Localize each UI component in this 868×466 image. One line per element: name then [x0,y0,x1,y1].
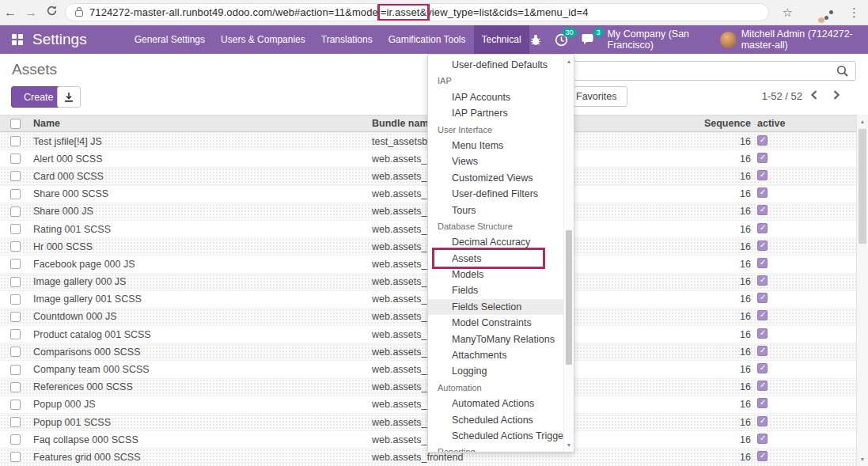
cell-active [751,381,814,393]
address-bar[interactable]: 7124272-master-all.runbot49.odoo.com/web… [65,3,769,21]
dropdown-item-iap-partners[interactable]: IAP Partners [428,105,564,121]
dropdown-scroll-up-icon[interactable]: ▲ [564,59,574,64]
row-checkbox[interactable] [10,241,21,252]
dropdown-item-decimal-accuracy[interactable]: Decimal Accuracy [428,234,564,250]
dropdown-item-scheduled-actions[interactable]: Scheduled Actions [428,412,564,428]
row-checkbox[interactable] [10,400,21,410]
active-checkbox[interactable] [757,205,768,215]
active-checkbox[interactable] [757,170,768,180]
dropdown-item-menu-items[interactable]: Menu Items [428,138,564,153]
dropdown-scrollbar-thumb[interactable] [566,230,572,365]
active-checkbox[interactable] [757,363,768,373]
dropdown-item-fields-selection[interactable]: Fields Selection [428,299,564,315]
row-checkbox[interactable] [10,294,21,305]
dropdown-item-customized-views[interactable]: Customized Views [428,170,564,186]
column-header-active[interactable]: active [751,118,814,129]
nav-menu-translations[interactable]: Translations [313,25,381,54]
scrollbar-thumb[interactable] [859,129,866,244]
active-checkbox[interactable] [757,434,768,444]
dropdown-scrollbar[interactable]: ▲ ▼ [563,55,574,452]
dropdown-item-tours[interactable]: Tours [428,203,564,218]
active-checkbox[interactable] [757,416,768,426]
active-checkbox[interactable] [757,346,768,356]
nav-menu-users-companies[interactable]: Users & Companies [213,25,313,54]
user-menu[interactable]: Mitchell Admin (7124272-master-all) [720,28,857,51]
company-switcher[interactable]: My Company (San Francisco) [608,28,707,51]
dropdown-item-scheduled-actions-triggers[interactable]: Scheduled Actions Triggers [428,428,564,444]
apps-menu-icon[interactable] [12,34,23,45]
dropdown-item-attachments[interactable]: Attachments [428,347,564,363]
row-checkbox[interactable] [10,365,21,375]
page-scrollbar[interactable]: ▲ ▼ [856,115,868,466]
cell-name: Popup 001 SCSS [30,417,369,428]
dropdown-item-iap-accounts[interactable]: IAP Accounts [428,89,564,105]
row-checkbox[interactable] [10,259,21,269]
column-header-name[interactable]: Name [30,118,369,129]
browser-menu-icon[interactable]: ⋮ [848,6,860,20]
dropdown-item-views[interactable]: Views [428,153,564,169]
dropdown-item-fields[interactable]: Fields [428,282,564,298]
row-checkbox[interactable] [10,417,21,427]
browser-reload-icon[interactable] [41,5,62,20]
dropdown-item-model-constraints[interactable]: Model Constraints [428,315,564,331]
dropdown-item-assets[interactable]: Assets [428,251,564,267]
nav-menu-gamification-tools[interactable]: Gamification Tools [381,25,474,54]
nav-menu-general-settings[interactable]: General Settings [127,25,213,54]
active-checkbox[interactable] [757,398,768,408]
row-checkbox[interactable] [10,136,21,146]
dropdown-item-manytomany-relations[interactable]: ManyToMany Relations [428,332,564,347]
messages-chat-icon[interactable]: 3 [581,33,595,46]
nav-menu-technical[interactable]: Technical [474,25,529,54]
cell-sequence: 16 [638,329,751,340]
messages-badge: 3 [593,28,604,37]
row-checkbox[interactable] [10,277,21,287]
row-checkbox[interactable] [10,189,21,199]
active-checkbox[interactable] [757,381,768,391]
dropdown-scroll-down-icon[interactable]: ▼ [564,442,574,448]
bookmark-star-icon[interactable]: ☆ [783,6,793,20]
cell-name: Popup 000 JS [30,399,369,410]
cell-name: Share 000 JS [30,206,369,217]
debug-bug-icon[interactable] [529,33,542,46]
pager-next-button[interactable] [831,89,847,104]
active-checkbox[interactable] [757,188,768,198]
pager-previous-button[interactable] [809,89,824,104]
dropdown-item-user-defined-filters[interactable]: User-defined Filters [428,186,564,202]
active-checkbox[interactable] [757,328,768,339]
row-checkbox[interactable] [10,452,21,462]
active-checkbox[interactable] [757,258,768,268]
select-all-checkbox[interactable] [10,119,21,129]
row-checkbox[interactable] [10,382,21,392]
active-checkbox[interactable] [757,451,768,461]
cell-sequence: 16 [638,188,751,199]
search-icon[interactable] [836,65,849,81]
url-pre: 7124272-master-all.runbot49.odoo.com/web… [89,6,381,18]
row-checkbox[interactable] [10,329,21,339]
browser-back-icon[interactable]: ← [0,6,21,20]
column-header-sequence[interactable]: Sequence [638,118,751,129]
browser-forward-icon[interactable]: → [21,6,41,20]
active-checkbox[interactable] [757,241,768,251]
dropdown-item-user-defined-defaults[interactable]: User-defined Defaults [428,57,564,73]
row-checkbox[interactable] [10,347,21,357]
scroll-up-icon[interactable]: ▲ [857,119,868,124]
export-button[interactable] [57,86,81,108]
row-checkbox[interactable] [10,312,21,322]
scroll-down-icon[interactable]: ▼ [857,457,868,462]
active-checkbox[interactable] [757,275,768,286]
row-checkbox[interactable] [10,153,21,164]
dropdown-item-logging[interactable]: Logging [428,363,564,379]
row-checkbox[interactable] [10,224,21,234]
active-checkbox[interactable] [757,293,768,303]
app-name[interactable]: Settings [23,25,97,54]
active-checkbox[interactable] [757,310,768,320]
row-checkbox[interactable] [10,171,21,181]
active-checkbox[interactable] [757,135,768,146]
dropdown-item-automated-actions[interactable]: Automated Actions [428,396,564,411]
row-checkbox[interactable] [10,434,21,445]
row-checkbox[interactable] [10,206,21,217]
dropdown-item-models[interactable]: Models [428,267,564,282]
active-checkbox[interactable] [757,153,768,163]
activities-clock-icon[interactable]: 30 [555,33,568,47]
active-checkbox[interactable] [757,223,768,233]
